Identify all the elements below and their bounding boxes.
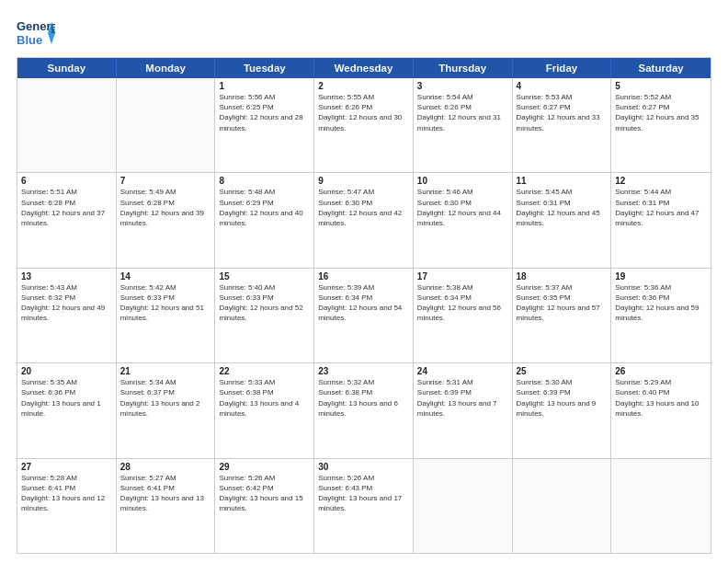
day-info: Sunrise: 5:49 AM Sunset: 6:28 PM Dayligh… [120, 187, 211, 228]
day-info: Sunrise: 5:55 AM Sunset: 6:26 PM Dayligh… [318, 92, 409, 133]
day-header-thursday: Thursday [414, 58, 513, 78]
day-cell-3: 3Sunrise: 5:54 AM Sunset: 6:26 PM Daylig… [414, 78, 513, 172]
day-number: 7 [120, 176, 211, 186]
day-number: 3 [417, 81, 508, 91]
day-info: Sunrise: 5:48 AM Sunset: 6:29 PM Dayligh… [219, 187, 310, 228]
svg-text:Blue: Blue [17, 33, 42, 47]
page: General Blue SundayMondayTuesdayWednesda… [0, 0, 728, 563]
day-info: Sunrise: 5:44 AM Sunset: 6:31 PM Dayligh… [615, 187, 707, 228]
day-info: Sunrise: 5:47 AM Sunset: 6:30 PM Dayligh… [318, 187, 409, 228]
day-cell-26: 26Sunrise: 5:29 AM Sunset: 6:40 PM Dayli… [611, 363, 711, 457]
day-info: Sunrise: 5:43 AM Sunset: 6:32 PM Dayligh… [21, 282, 112, 324]
day-cell-21: 21Sunrise: 5:34 AM Sunset: 6:37 PM Dayli… [117, 363, 216, 457]
day-cell-24: 24Sunrise: 5:31 AM Sunset: 6:39 PM Dayli… [414, 363, 513, 457]
day-cell-1: 1Sunrise: 5:56 AM Sunset: 6:25 PM Daylig… [215, 78, 314, 172]
day-info: Sunrise: 5:26 AM Sunset: 6:42 PM Dayligh… [219, 473, 310, 514]
day-header-wednesday: Wednesday [314, 58, 414, 78]
day-number: 16 [318, 271, 409, 282]
day-number: 5 [615, 81, 707, 91]
day-cell-7: 7Sunrise: 5:49 AM Sunset: 6:28 PM Daylig… [117, 173, 216, 267]
logo: General Blue [17, 17, 55, 50]
empty-cell [513, 459, 612, 553]
day-number: 30 [318, 462, 409, 472]
day-cell-4: 4Sunrise: 5:53 AM Sunset: 6:27 PM Daylig… [513, 78, 612, 172]
day-number: 21 [120, 366, 211, 376]
week-row-1: 1Sunrise: 5:56 AM Sunset: 6:25 PM Daylig… [17, 78, 711, 173]
day-number: 23 [318, 366, 409, 376]
day-cell-25: 25Sunrise: 5:30 AM Sunset: 6:39 PM Dayli… [513, 363, 612, 457]
day-number: 25 [517, 366, 608, 376]
day-number: 2 [318, 81, 409, 91]
day-info: Sunrise: 5:34 AM Sunset: 6:37 PM Dayligh… [120, 377, 211, 419]
day-number: 15 [219, 271, 310, 282]
day-info: Sunrise: 5:52 AM Sunset: 6:27 PM Dayligh… [615, 92, 707, 133]
header: General Blue [17, 17, 711, 50]
day-cell-9: 9Sunrise: 5:47 AM Sunset: 6:30 PM Daylig… [314, 173, 414, 267]
day-cell-16: 16Sunrise: 5:39 AM Sunset: 6:34 PM Dayli… [314, 269, 414, 362]
day-header-friday: Friday [513, 58, 612, 78]
day-number: 17 [417, 271, 508, 282]
day-number: 11 [517, 176, 608, 186]
day-number: 29 [219, 462, 310, 472]
empty-cell [611, 459, 711, 553]
day-number: 26 [615, 366, 707, 376]
day-info: Sunrise: 5:42 AM Sunset: 6:33 PM Dayligh… [120, 282, 211, 324]
day-number: 9 [318, 176, 409, 186]
day-cell-2: 2Sunrise: 5:55 AM Sunset: 6:26 PM Daylig… [314, 78, 414, 172]
day-cell-29: 29Sunrise: 5:26 AM Sunset: 6:42 PM Dayli… [215, 459, 314, 553]
day-number: 24 [417, 366, 508, 376]
day-cell-18: 18Sunrise: 5:37 AM Sunset: 6:35 PM Dayli… [513, 269, 612, 362]
day-info: Sunrise: 5:38 AM Sunset: 6:34 PM Dayligh… [417, 282, 508, 324]
calendar: SundayMondayTuesdayWednesdayThursdayFrid… [17, 57, 711, 554]
day-cell-6: 6Sunrise: 5:51 AM Sunset: 6:28 PM Daylig… [17, 173, 117, 267]
day-number: 22 [219, 366, 310, 376]
day-number: 28 [120, 462, 211, 472]
day-number: 8 [219, 176, 310, 186]
day-cell-5: 5Sunrise: 5:52 AM Sunset: 6:27 PM Daylig… [611, 78, 711, 172]
day-info: Sunrise: 5:29 AM Sunset: 6:40 PM Dayligh… [615, 377, 707, 419]
day-header-saturday: Saturday [611, 58, 711, 78]
day-cell-23: 23Sunrise: 5:32 AM Sunset: 6:38 PM Dayli… [314, 363, 414, 457]
day-info: Sunrise: 5:51 AM Sunset: 6:28 PM Dayligh… [21, 187, 112, 228]
day-number: 1 [219, 81, 310, 91]
day-cell-13: 13Sunrise: 5:43 AM Sunset: 6:32 PM Dayli… [17, 269, 117, 362]
day-info: Sunrise: 5:56 AM Sunset: 6:25 PM Dayligh… [219, 92, 310, 133]
day-number: 20 [21, 366, 112, 376]
day-cell-10: 10Sunrise: 5:46 AM Sunset: 6:30 PM Dayli… [414, 173, 513, 267]
day-info: Sunrise: 5:33 AM Sunset: 6:38 PM Dayligh… [219, 377, 310, 419]
day-number: 19 [615, 271, 707, 282]
day-cell-15: 15Sunrise: 5:40 AM Sunset: 6:33 PM Dayli… [215, 269, 314, 362]
day-cell-12: 12Sunrise: 5:44 AM Sunset: 6:31 PM Dayli… [611, 173, 711, 267]
day-info: Sunrise: 5:36 AM Sunset: 6:36 PM Dayligh… [615, 282, 707, 324]
day-header-sunday: Sunday [17, 58, 117, 78]
week-row-5: 27Sunrise: 5:28 AM Sunset: 6:41 PM Dayli… [17, 459, 711, 553]
day-info: Sunrise: 5:30 AM Sunset: 6:39 PM Dayligh… [517, 377, 608, 419]
day-info: Sunrise: 5:35 AM Sunset: 6:36 PM Dayligh… [21, 377, 112, 419]
day-cell-11: 11Sunrise: 5:45 AM Sunset: 6:31 PM Dayli… [513, 173, 612, 267]
day-number: 12 [615, 176, 707, 186]
day-cell-19: 19Sunrise: 5:36 AM Sunset: 6:36 PM Dayli… [611, 269, 711, 362]
day-info: Sunrise: 5:37 AM Sunset: 6:35 PM Dayligh… [517, 282, 608, 324]
day-info: Sunrise: 5:27 AM Sunset: 6:41 PM Dayligh… [120, 473, 211, 514]
day-number: 10 [417, 176, 508, 186]
day-info: Sunrise: 5:26 AM Sunset: 6:43 PM Dayligh… [318, 473, 409, 514]
day-info: Sunrise: 5:28 AM Sunset: 6:41 PM Dayligh… [21, 473, 112, 514]
day-number: 6 [21, 176, 112, 186]
week-row-2: 6Sunrise: 5:51 AM Sunset: 6:28 PM Daylig… [17, 173, 711, 268]
week-row-3: 13Sunrise: 5:43 AM Sunset: 6:32 PM Dayli… [17, 269, 711, 363]
empty-cell [414, 459, 513, 553]
day-info: Sunrise: 5:53 AM Sunset: 6:27 PM Dayligh… [517, 92, 608, 133]
empty-cell [117, 78, 216, 172]
day-cell-27: 27Sunrise: 5:28 AM Sunset: 6:41 PM Dayli… [17, 459, 117, 553]
week-row-4: 20Sunrise: 5:35 AM Sunset: 6:36 PM Dayli… [17, 363, 711, 458]
day-number: 27 [21, 462, 112, 472]
day-info: Sunrise: 5:40 AM Sunset: 6:33 PM Dayligh… [219, 282, 310, 324]
day-cell-8: 8Sunrise: 5:48 AM Sunset: 6:29 PM Daylig… [215, 173, 314, 267]
day-header-tuesday: Tuesday [215, 58, 314, 78]
day-info: Sunrise: 5:54 AM Sunset: 6:26 PM Dayligh… [417, 92, 508, 133]
calendar-body: 1Sunrise: 5:56 AM Sunset: 6:25 PM Daylig… [17, 78, 711, 553]
day-cell-17: 17Sunrise: 5:38 AM Sunset: 6:34 PM Dayli… [414, 269, 513, 362]
day-info: Sunrise: 5:32 AM Sunset: 6:38 PM Dayligh… [318, 377, 409, 419]
day-cell-20: 20Sunrise: 5:35 AM Sunset: 6:36 PM Dayli… [17, 363, 117, 457]
day-header-monday: Monday [117, 58, 216, 78]
